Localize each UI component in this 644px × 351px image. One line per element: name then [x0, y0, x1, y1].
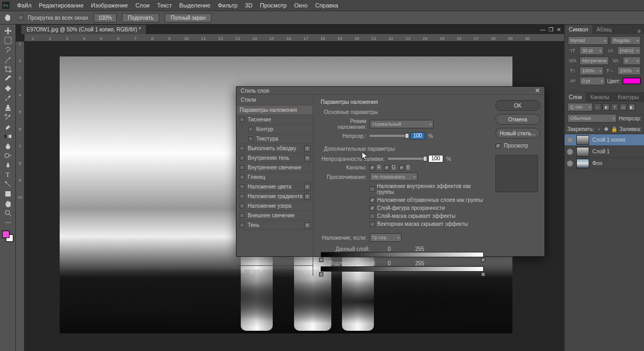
wand-tool-icon[interactable]: [2, 55, 14, 64]
layer-row[interactable]: Слой 1 копия: [565, 134, 644, 146]
brush-tool-icon[interactable]: [2, 93, 14, 103]
window-min-icon[interactable]: —: [540, 27, 545, 32]
style-texture[interactable]: Текстура: [237, 134, 313, 144]
tab-paragraph[interactable]: Абзац: [592, 25, 616, 34]
style-gradientoverlay[interactable]: Наложение градиента+: [237, 192, 313, 201]
style-dropshadow[interactable]: Тень+: [237, 221, 313, 230]
pen-tool-icon[interactable]: [2, 160, 14, 170]
style-innerglow[interactable]: Внутреннее свечение: [237, 163, 313, 173]
style-checkbox[interactable]: [240, 175, 244, 179]
heal-tool-icon[interactable]: [2, 84, 14, 93]
style-checkbox[interactable]: [240, 117, 244, 122]
menu-select[interactable]: Выделение: [180, 2, 210, 9]
zoom-tool-icon[interactable]: [2, 208, 14, 218]
style-checkbox[interactable]: [240, 223, 244, 227]
menu-filter[interactable]: Фильтр: [218, 2, 238, 9]
kerning-select[interactable]: Метрическ: [580, 56, 609, 65]
adv3-checkbox[interactable]: [370, 206, 375, 211]
more-tools-icon[interactable]: ⋯: [2, 218, 14, 227]
menu-help[interactable]: Справка: [315, 2, 338, 9]
style-coloroverlay[interactable]: Наложение цвета+: [237, 182, 313, 192]
opacity-field[interactable]: 100: [410, 132, 425, 140]
fit-button[interactable]: Подогнать: [122, 13, 159, 22]
style-checkbox[interactable]: [240, 203, 244, 208]
lasso-tool-icon[interactable]: [2, 45, 14, 55]
filter-image-icon[interactable]: ▫: [594, 103, 601, 111]
channel-g-checkbox[interactable]: [384, 165, 389, 170]
menu-file[interactable]: Файл: [17, 2, 31, 9]
tab-layers[interactable]: Слои: [565, 93, 586, 102]
tab-paths[interactable]: Контуры: [614, 93, 643, 102]
baseline-field[interactable]: 0 pt: [580, 77, 605, 85]
under-layer-slider[interactable]: [321, 266, 484, 272]
menu-3d[interactable]: 3D: [245, 2, 252, 9]
font-size-select[interactable]: 30 pt: [580, 46, 604, 55]
menu-layer[interactable]: Слои: [135, 2, 150, 9]
this-layer-slider[interactable]: [321, 252, 484, 257]
style-checkbox[interactable]: [240, 165, 244, 170]
style-checkbox[interactable]: [248, 127, 253, 132]
zoom-field[interactable]: 100%: [94, 13, 117, 22]
style-checkbox[interactable]: [240, 184, 244, 189]
scroll-all-checkbox[interactable]: [18, 15, 23, 20]
panel-menu-icon[interactable]: ≡: [634, 28, 644, 34]
style-checkbox[interactable]: [248, 136, 253, 141]
style-checkbox[interactable]: [240, 194, 244, 199]
add-icon[interactable]: +: [304, 184, 311, 190]
style-contour[interactable]: Контур: [237, 125, 313, 134]
crop-tool-icon[interactable]: [2, 64, 14, 74]
menu-edit[interactable]: Редактирование: [39, 2, 84, 9]
adv5-checkbox[interactable]: [370, 222, 375, 227]
tab-character[interactable]: Символ: [565, 25, 592, 34]
window-max-icon[interactable]: ❐: [549, 27, 553, 32]
add-icon[interactable]: +: [304, 222, 311, 228]
stamp-tool-icon[interactable]: [2, 103, 14, 112]
adv2-checkbox[interactable]: [370, 198, 375, 203]
shape-tool-icon[interactable]: [2, 189, 14, 199]
filter-adj-icon[interactable]: ◐: [602, 103, 610, 111]
gradient-tool-icon[interactable]: [2, 132, 14, 141]
filter-type-icon[interactable]: T: [611, 103, 618, 111]
add-icon[interactable]: +: [304, 193, 311, 200]
channel-b-checkbox[interactable]: [399, 165, 404, 170]
history-brush-tool-icon[interactable]: [2, 112, 14, 122]
layer-row[interactable]: Слой 1: [565, 146, 644, 158]
lock-position-icon[interactable]: ✥: [604, 125, 609, 133]
blendif-dropdown[interactable]: Гр.сер.: [370, 233, 402, 242]
up-icon[interactable]: ▲: [249, 268, 255, 274]
fx-icon[interactable]: fx: [241, 268, 245, 274]
fill-opacity-slider[interactable]: [388, 158, 425, 160]
adv4-checkbox[interactable]: [370, 214, 375, 219]
font-style-select[interactable]: Regular: [610, 36, 641, 45]
layer-filter-select[interactable]: Q тип: [567, 103, 593, 111]
vscale-field[interactable]: 100%: [580, 67, 604, 75]
path-tool-icon[interactable]: [2, 179, 14, 189]
blend-mode-dropdown[interactable]: Нормальный: [370, 120, 434, 128]
new-style-button[interactable]: Новый стиль...: [495, 128, 540, 138]
ok-button[interactable]: OK: [495, 100, 540, 111]
style-checkbox[interactable]: [240, 213, 244, 218]
knockout-dropdown[interactable]: Не показывать: [370, 173, 418, 181]
style-satin[interactable]: Глянец: [237, 173, 313, 182]
window-close-icon[interactable]: ✕: [557, 27, 561, 32]
lock-all-icon[interactable]: 🔒: [611, 125, 617, 133]
eyedropper-tool-icon[interactable]: [2, 74, 14, 84]
style-stroke[interactable]: Выполнить обводку+: [237, 144, 313, 153]
font-family-select[interactable]: Myriad: [568, 36, 608, 45]
menu-window[interactable]: Окно: [294, 2, 308, 9]
visibility-icon[interactable]: [567, 137, 573, 143]
eraser-tool-icon[interactable]: [2, 122, 14, 132]
type-tool-icon[interactable]: T: [2, 170, 14, 179]
hscale-field[interactable]: 100%: [617, 67, 641, 75]
add-icon[interactable]: +: [304, 145, 311, 152]
filter-shape-icon[interactable]: ▭: [619, 103, 627, 111]
text-color-swatch[interactable]: [623, 78, 641, 84]
cancel-button[interactable]: Отмена: [495, 114, 540, 125]
tab-channels[interactable]: Каналы: [586, 93, 614, 102]
visibility-icon[interactable]: [567, 160, 573, 167]
fullscreen-button[interactable]: Полный экран: [165, 13, 211, 22]
tracking-select[interactable]: 0: [623, 56, 641, 65]
marquee-tool-icon[interactable]: [2, 36, 14, 45]
trash-icon[interactable]: 🗑: [303, 268, 308, 274]
adv1-checkbox[interactable]: [370, 186, 375, 192]
